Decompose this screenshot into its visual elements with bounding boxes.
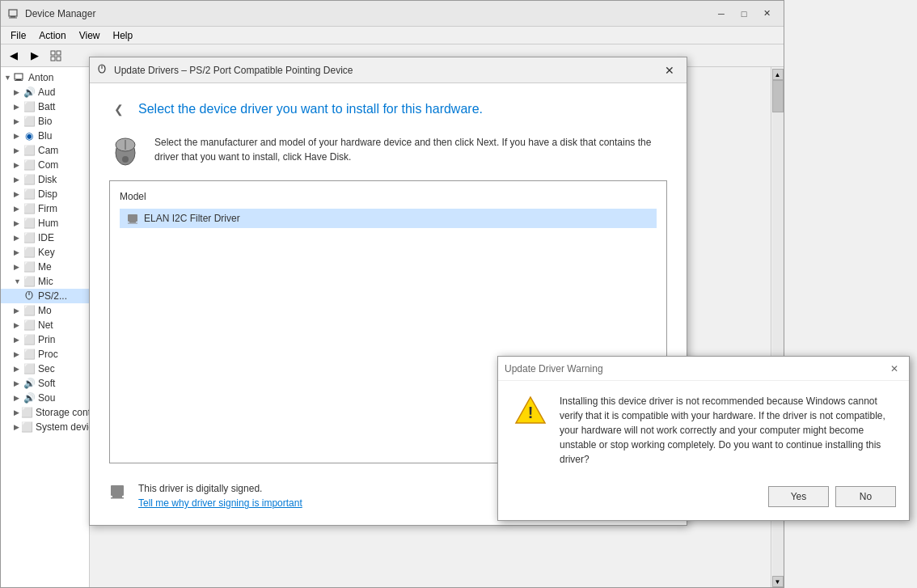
tree-item-sound[interactable]: ▶ 🔊 Sou — [1, 391, 89, 405]
expand-arrow-display: ▶ — [14, 190, 22, 198]
tree-item-disk[interactable]: ▶ ⬜ Disk — [1, 172, 89, 187]
svg-rect-3 — [51, 51, 55, 55]
expand-arrow-bluetooth: ▶ — [14, 132, 22, 140]
dialog-back-button[interactable]: ❮ — [109, 99, 129, 119]
tree-item-keyboard[interactable]: ▶ ⬜ Key — [1, 245, 89, 260]
app-icon — [7, 7, 20, 20]
tree-item-label-monitors: Mo — [38, 305, 52, 316]
menu-action[interactable]: Action — [32, 28, 72, 43]
security-icon: ⬜ — [23, 363, 35, 374]
audio-icon: 🔊 — [23, 87, 35, 98]
driver-signing-link[interactable]: Tell me why driver signing is important — [138, 497, 302, 509]
update-drivers-titlebar: Update Drivers – PS/2 Port Compatible Po… — [90, 57, 687, 83]
scroll-thumb[interactable] — [772, 80, 784, 112]
tree-item-label-firmware: Firm — [38, 203, 57, 214]
tree-item-monitors[interactable]: ▶ ⬜ Mo — [1, 303, 89, 318]
tree-item-printers[interactable]: ▶ ⬜ Prin — [1, 332, 89, 347]
tree-root[interactable]: ▼ Anton — [1, 70, 89, 85]
tree-item-label-audio: Aud — [38, 87, 55, 98]
mouse-device-icon — [109, 135, 142, 167]
expand-arrow-battery: ▶ — [14, 103, 22, 111]
expand-arrow-software: ▶ — [14, 379, 22, 387]
dm-titlebar: Device Manager ─ □ ✕ — [1, 1, 784, 27]
warning-close-button[interactable]: ✕ — [886, 362, 902, 376]
tree-item-label-display: Disp — [38, 188, 57, 200]
tree-item-mice[interactable]: ▼ ⬜ Mic — [1, 274, 89, 289]
tree-item-ide[interactable]: ▶ ⬜ IDE — [1, 231, 89, 245]
firmware-icon: ⬜ — [23, 203, 35, 214]
svg-point-17 — [122, 156, 129, 163]
tree-item-memory[interactable]: ▶ ⬜ Me — [1, 260, 89, 274]
disk-icon: ⬜ — [23, 174, 35, 185]
expand-arrow-mice: ▼ — [14, 277, 22, 286]
system-icon: ⬜ — [21, 421, 32, 433]
tree-item-computer[interactable]: ▶ ⬜ Com — [1, 158, 89, 172]
expand-arrow-network: ▶ — [14, 321, 22, 329]
warning-content: ! Installing this device driver is not r… — [498, 381, 909, 480]
tree-item-hid[interactable]: ▶ ⬜ Hum — [1, 216, 89, 231]
scroll-up-arrow[interactable]: ▲ — [772, 69, 784, 80]
tree-item-label-computer: Com — [38, 159, 58, 171]
tree-item-display[interactable]: ▶ ⬜ Disp — [1, 187, 89, 201]
expand-arrow-camera: ▶ — [14, 146, 22, 154]
tree-item-mice-child[interactable]: PS/2... — [1, 289, 89, 303]
menu-view[interactable]: View — [73, 28, 107, 43]
device-tree: ▼ Anton ▶ 🔊 Aud ▶ ⬜ Ba — [1, 67, 90, 587]
tree-item-label-bio: Bio — [38, 116, 52, 127]
tree-item-bluetooth[interactable]: ▶ ◉ Blu — [1, 129, 89, 143]
svg-rect-23 — [111, 497, 124, 499]
maximize-button[interactable]: □ — [733, 6, 754, 22]
driver-signed-info: This driver is digitally signed. Tell me… — [138, 483, 302, 509]
tree-item-label-mice-child: PS/2... — [38, 290, 67, 302]
expand-arrow-audio: ▶ — [14, 88, 22, 96]
tree-item-battery[interactable]: ▶ ⬜ Batt — [1, 99, 89, 114]
dm-window-controls: ─ □ ✕ — [711, 6, 777, 22]
tree-item-system[interactable]: ▶ ⬜ System devices — [1, 420, 89, 434]
tree-item-storage[interactable]: ▶ ⬜ Storage controllers — [1, 405, 89, 420]
tree-item-software[interactable]: ▶ 🔊 Soft — [1, 376, 89, 391]
yes-button[interactable]: Yes — [768, 486, 829, 507]
warning-icon: ! — [514, 394, 547, 426]
monitors-icon: ⬜ — [23, 305, 35, 316]
svg-rect-21 — [111, 485, 124, 496]
tree-item-audio[interactable]: ▶ 🔊 Aud — [1, 85, 89, 99]
svg-rect-8 — [16, 79, 21, 80]
tree-item-processors[interactable]: ▶ ⬜ Proc — [1, 347, 89, 362]
menu-help[interactable]: Help — [107, 28, 140, 43]
tree-item-camera[interactable]: ▶ ⬜ Cam — [1, 143, 89, 158]
no-button[interactable]: No — [835, 486, 896, 507]
tree-item-network[interactable]: ▶ ⬜ Net — [1, 318, 89, 332]
back-button[interactable]: ◀ — [4, 47, 23, 65]
properties-button[interactable] — [46, 47, 66, 65]
tree-item-bio[interactable]: ▶ ⬜ Bio — [1, 114, 89, 129]
expand-arrow-ide: ▶ — [14, 234, 22, 242]
storage-icon: ⬜ — [21, 407, 32, 418]
software-icon: 🔊 — [23, 378, 35, 389]
tree-item-label-hid: Hum — [38, 218, 58, 229]
scroll-down-arrow[interactable]: ▼ — [772, 576, 784, 587]
expand-arrow-security: ▶ — [14, 365, 22, 373]
ide-icon: ⬜ — [23, 232, 35, 243]
expand-arrow: ▼ — [4, 74, 12, 82]
menu-file[interactable]: File — [4, 28, 32, 43]
expand-arrow-sound: ▶ — [14, 394, 22, 402]
tree-item-label-disk: Disk — [38, 174, 57, 185]
tree-item-label-network: Net — [38, 319, 53, 331]
printers-icon: ⬜ — [23, 334, 35, 345]
tree-item-label-camera: Cam — [38, 145, 58, 156]
forward-button[interactable]: ▶ — [25, 47, 44, 65]
dm-title: Device Manager — [25, 8, 711, 19]
svg-text:!: ! — [528, 404, 534, 421]
tree-root-label: Anton — [28, 72, 53, 83]
svg-rect-0 — [9, 10, 17, 16]
update-drivers-close-button[interactable]: ✕ — [659, 62, 680, 78]
tree-item-label-mice: Mic — [38, 276, 53, 287]
close-button[interactable]: ✕ — [756, 6, 777, 22]
svg-rect-5 — [51, 57, 55, 61]
tree-item-security[interactable]: ▶ ⬜ Sec — [1, 362, 89, 376]
tree-item-label-keyboard: Key — [38, 247, 55, 258]
model-item[interactable]: ELAN I2C Filter Driver — [120, 209, 657, 228]
tree-item-firmware[interactable]: ▶ ⬜ Firm — [1, 201, 89, 216]
tree-item-label-ide: IDE — [38, 232, 54, 243]
minimize-button[interactable]: ─ — [711, 6, 732, 22]
